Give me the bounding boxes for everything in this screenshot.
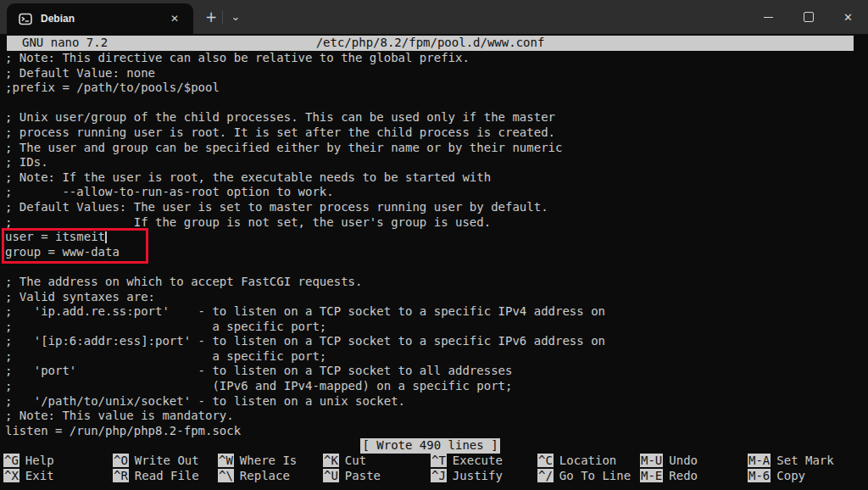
- minimize-icon: [764, 17, 773, 18]
- shortcut-exit: ^XExit: [3, 469, 113, 484]
- minimize-button[interactable]: [748, 0, 788, 34]
- shortcut-row-1: ^GHelp ^OWrite Out ^WWhere Is ^KCut ^TEx…: [3, 454, 865, 469]
- shortcut-copy: M-6Copy: [748, 469, 865, 484]
- shortcut-help: ^GHelp: [3, 454, 113, 469]
- shortcut-paste: ^UPaste: [323, 469, 431, 484]
- status-row: [ Wrote 490 lines ]: [7, 438, 854, 454]
- new-tab-button[interactable]: +: [200, 7, 222, 27]
- shortcut-go-to-line: ^/Go To Line: [537, 469, 640, 484]
- nano-titlebar: GNU nano 7.2 /etc/php/8.2/fpm/pool.d/www…: [7, 36, 854, 51]
- shortcut-read-file: ^RRead File: [113, 469, 218, 484]
- window-titlebar: Debian ✕ + ⌄ ✕: [0, 0, 868, 34]
- tab-title: Debian: [41, 13, 166, 25]
- text-cursor: [105, 231, 107, 243]
- shortcut-redo: M-ERedo: [640, 469, 748, 484]
- shortcut-undo: M-UUndo: [640, 454, 748, 469]
- shortcut-replace: ^\Replace: [218, 469, 323, 484]
- terminal-icon: [19, 13, 32, 25]
- shortcut-justify: ^JJustify: [431, 469, 537, 484]
- terminal-window: Debian ✕ + ⌄ ✕ GNU nano 7.2 /etc/php/8.2…: [0, 0, 868, 490]
- tab-close-button[interactable]: ✕: [166, 11, 183, 26]
- shortcut-cut: ^KCut: [323, 454, 431, 469]
- terminal-screen[interactable]: GNU nano 7.2 /etc/php/8.2/fpm/pool.d/www…: [0, 34, 868, 490]
- shortcut-execute: ^TExecute: [431, 454, 537, 469]
- file-path: /etc/php/8.2/fpm/pool.d/www.conf: [7, 36, 854, 51]
- shortcut-location: ^CLocation: [537, 454, 640, 469]
- maximize-button[interactable]: [788, 0, 828, 34]
- tab-debian[interactable]: Debian ✕: [7, 3, 193, 34]
- close-button[interactable]: ✕: [828, 0, 868, 34]
- tabbar-divider: [222, 10, 223, 24]
- shortcut-write-out: ^OWrite Out: [113, 454, 218, 469]
- window-controls: ✕: [748, 0, 868, 34]
- maximize-icon: [804, 12, 814, 22]
- close-icon: ✕: [843, 11, 853, 24]
- tab-dropdown-button[interactable]: ⌄: [225, 7, 246, 27]
- shortcut-row-2: ^XExit ^RRead File ^\Replace ^UPaste ^JJ…: [3, 469, 865, 484]
- shortcut-where-is: ^WWhere Is: [218, 454, 323, 469]
- shortcut-set-mark: M-ASet Mark: [748, 454, 865, 469]
- status-message: [ Wrote 490 lines ]: [360, 438, 499, 454]
- shortcut-bar: ^GHelp ^OWrite Out ^WWhere Is ^KCut ^TEx…: [3, 454, 865, 483]
- editor-content[interactable]: ; Note: This directive can also be relat…: [5, 51, 605, 438]
